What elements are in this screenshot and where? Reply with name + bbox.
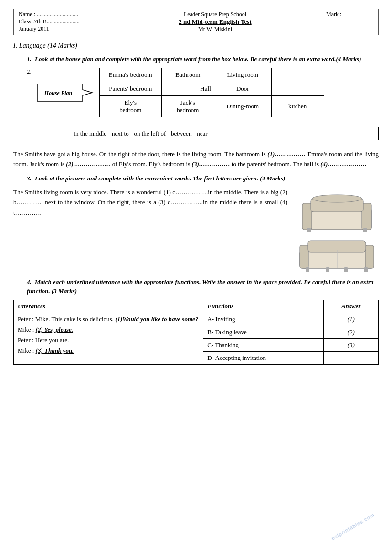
furniture-images — [295, 187, 379, 272]
passage-text: The Smiths have got a big house. On the … — [13, 149, 379, 169]
table-header-row: Utterances Functions Answer — [14, 300, 379, 313]
date-label: January 2011 — [19, 25, 104, 32]
jacks-bedroom: Jack'sbedroom — [161, 95, 214, 117]
dining-room: Dining-room — [214, 95, 271, 117]
header-left: Name : ............................. Cla… — [14, 9, 109, 35]
section-title: I. Language (14 Marks) — [13, 42, 379, 50]
q4-text: Match each underlined utterance with the… — [27, 278, 374, 295]
q4-number: 4. — [27, 278, 32, 285]
door-cell: Door — [214, 82, 271, 95]
answer-1: (1) — [324, 313, 379, 326]
header-box: Name : ............................. Cla… — [13, 9, 379, 35]
answer-4 — [324, 351, 379, 364]
test-title: 2 nd Mid-term English Test — [114, 18, 316, 26]
house-row-2: Parents' bedroom Hall Door — [99, 82, 324, 95]
armchair-icon — [297, 189, 376, 232]
emmas-bedroom: Emma's bedroom — [99, 68, 161, 82]
the-text: the — [210, 199, 218, 206]
utterance-1: Peter : Mike. This cake is so delicious.… — [14, 313, 203, 364]
header-right: Mark : — [321, 9, 378, 35]
q3-number: 3. — [27, 175, 32, 182]
living-room-section: The Smiths living room is very nioce. Th… — [13, 187, 379, 272]
elys-bedroom: Ely'sbedroom — [99, 95, 161, 117]
bathroom: Bathroom — [161, 68, 214, 82]
svg-rect-16 — [326, 267, 329, 272]
functions-header: Functions — [203, 300, 324, 313]
utterances-header: Utterances — [14, 300, 203, 313]
sofa-icon — [297, 236, 376, 272]
q3-text: Look at the pictures and complete with t… — [35, 175, 285, 182]
svg-rect-17 — [344, 267, 348, 272]
house-row-1: Emma's bedroom Bathroom Living room — [99, 68, 324, 82]
class-label: Class :7th B....................... — [19, 18, 104, 25]
arrow-icon: House Plan — [37, 82, 95, 103]
function-2: B- Taking leave — [203, 326, 324, 338]
answer-header: Answer — [324, 300, 379, 313]
svg-point-8 — [312, 195, 362, 202]
there-text: there — [133, 199, 145, 206]
house-plan-table: Emma's bedroom Bathroom Living room Pare… — [99, 68, 324, 117]
q2-number: 2. — [27, 68, 32, 75]
kitchen: kitchen — [271, 95, 324, 117]
table-row: Peter : Mike. This cake is so delicious.… — [14, 313, 379, 326]
house-plan-arrow: House Plan — [37, 82, 95, 103]
svg-rect-6 — [307, 228, 311, 232]
answer-3: (3) — [324, 338, 379, 351]
house-row-3: Ely'sbedroom Jack'sbedroom Dining-room k… — [99, 95, 324, 117]
living-room: Living room — [214, 68, 271, 82]
svg-rect-7 — [363, 228, 367, 232]
svg-rect-15 — [364, 267, 368, 272]
function-3: C- Thanking — [203, 338, 324, 351]
mark-label: Mark : — [326, 11, 373, 18]
word-box: In the middle - next to - on the left of… — [66, 127, 379, 140]
teacher: Mr W. Miskini — [114, 26, 316, 33]
svg-rect-14 — [306, 267, 309, 272]
svg-rect-10 — [300, 245, 308, 268]
function-1: A- Inviting — [203, 313, 324, 326]
school-name: Leader Square Prep School — [114, 11, 316, 18]
watermark: eslprintables.com — [330, 512, 376, 541]
q1-number: 1. — [27, 55, 32, 63]
function-4: D- Accepting invitation — [203, 351, 324, 364]
header-center: Leader Square Prep School 2 nd Mid-term … — [109, 9, 321, 35]
q1-text: Look at the house plan and complete with… — [35, 55, 361, 63]
parents-bedroom: Parents' bedroom — [99, 82, 161, 95]
answer-2: (2) — [324, 326, 379, 338]
svg-rect-11 — [365, 245, 374, 268]
name-label: Name : ............................. — [19, 11, 104, 18]
living-room-text: The Smiths living room is very nioce. Th… — [13, 187, 287, 272]
svg-rect-3 — [302, 203, 312, 230]
utterances-table: Utterances Functions Answer Peter : Mike… — [13, 300, 379, 365]
hall-cell: Hall — [161, 82, 214, 95]
svg-text:House Plan: House Plan — [44, 90, 73, 96]
